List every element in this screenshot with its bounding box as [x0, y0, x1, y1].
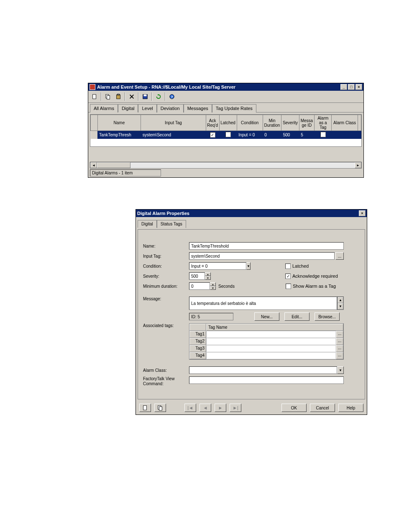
table-row[interactable]: TankTempThresh system\Second ✓ Input = 0… — [91, 131, 361, 139]
horizontal-scrollbar[interactable]: ◄ ► — [90, 162, 362, 169]
new-record-button[interactable] — [139, 404, 151, 412]
ok-button[interactable]: OK — [281, 404, 307, 412]
tag-browse-button[interactable]: ... — [336, 338, 343, 345]
edit-button[interactable]: Edit... — [284, 312, 309, 321]
alarm-grid[interactable]: Name Input Tag Ack Req'd Latched Conditi… — [90, 114, 362, 147]
message-scrollbar[interactable]: ▲▼ — [337, 297, 344, 310]
seconds-label: Seconds — [218, 284, 235, 289]
tag-browse-button[interactable]: ... — [336, 331, 343, 338]
new-button[interactable]: New... — [254, 312, 279, 321]
tab-messages[interactable]: Messages — [184, 104, 212, 113]
condition-select[interactable]: ▼ — [189, 262, 248, 270]
paste-icon[interactable] — [114, 92, 123, 101]
col-ack-reqd[interactable]: Ack Req'd — [206, 115, 219, 131]
close-button[interactable]: × — [359, 210, 366, 216]
scroll-right-icon[interactable]: ► — [355, 162, 361, 168]
condition-label: Condition: — [143, 264, 189, 269]
severity-spinner[interactable]: ▲▼ — [189, 272, 211, 280]
tab-all-alarms[interactable]: All Alarms — [90, 104, 118, 113]
tab-level[interactable]: Level — [138, 104, 156, 113]
spin-up-icon[interactable]: ▲ — [210, 282, 216, 286]
svg-rect-12 — [143, 406, 147, 410]
app-icon — [90, 84, 95, 90]
save-icon[interactable] — [141, 92, 150, 101]
tab-digital[interactable]: Digital — [138, 220, 157, 228]
tab-status-tags[interactable]: Status Tags — [157, 220, 186, 228]
chevron-down-icon[interactable]: ▼ — [337, 366, 344, 374]
input-tag-label: Input Tag: — [143, 254, 189, 258]
show-alarm-tag-label: Show Alarm as a Tag — [293, 284, 336, 289]
spin-up-icon[interactable]: ▲ — [205, 272, 211, 276]
window-title: Alarm and Event Setup - RNA://$Local/My … — [97, 84, 235, 90]
show-alarm-tag-checkbox[interactable] — [286, 284, 291, 289]
help-icon[interactable]: ? — [167, 92, 176, 101]
input-tag-browse-button[interactable]: ... — [335, 252, 344, 260]
refresh-icon[interactable] — [154, 92, 163, 101]
ft-command-label: FactoryTalk View Command: — [143, 376, 189, 386]
svg-rect-0 — [93, 95, 96, 99]
svg-rect-3 — [117, 95, 120, 99]
ack-checkbox[interactable]: ✓ — [210, 132, 215, 138]
new-icon[interactable] — [90, 92, 99, 101]
copy-record-button[interactable] — [154, 404, 166, 412]
col-alarm-class[interactable]: Alarm Class — [332, 115, 358, 131]
help-button[interactable]: Help — [338, 404, 363, 412]
close-button[interactable]: × — [356, 84, 362, 90]
svg-rect-14 — [159, 407, 162, 410]
col-alarm-as-tag[interactable]: Alarm as a Tag — [315, 115, 332, 131]
tab-tag-update-rates[interactable]: Tag Update Rates — [212, 104, 256, 113]
spin-down-icon[interactable]: ▼ — [205, 276, 211, 280]
tag-row[interactable]: Tag3... — [189, 345, 343, 352]
titlebar: Alarm and Event Setup - RNA://$Local/My … — [88, 83, 363, 91]
tab-deviation[interactable]: Deviation — [157, 104, 184, 113]
tab-strip: All Alarms Digital Level Deviation Messa… — [88, 103, 363, 113]
browse-button[interactable]: Browse... — [315, 312, 340, 321]
latched-label: Latched — [292, 263, 309, 269]
nav-prev-button[interactable]: ◄ — [200, 404, 211, 412]
tag-row[interactable]: Tag1... — [189, 331, 343, 338]
window-title: Digital Alarm Properties — [137, 211, 189, 216]
maximize-button[interactable]: □ — [348, 84, 355, 90]
scroll-left-icon[interactable]: ◄ — [90, 162, 97, 168]
min-duration-label: Minimum duration: — [143, 284, 189, 289]
copy-icon[interactable] — [103, 92, 113, 101]
col-message-id[interactable]: Messa ge ID — [299, 115, 314, 131]
ft-command-input[interactable] — [189, 376, 344, 384]
name-input[interactable] — [189, 242, 344, 250]
chevron-down-icon[interactable]: ▼ — [246, 262, 251, 270]
tab-digital[interactable]: Digital — [118, 104, 138, 113]
cell-severity: 500 — [281, 131, 299, 139]
col-latched[interactable]: Latched — [219, 115, 237, 131]
spin-down-icon[interactable]: ▼ — [210, 286, 216, 290]
latched-checkbox[interactable] — [285, 263, 291, 269]
associated-tags-grid: Tag Name Tag1... Tag2... Tag3... Tag4... — [189, 323, 344, 360]
cell-alarm-class — [332, 131, 358, 139]
svg-marker-9 — [158, 94, 159, 96]
nav-first-button[interactable]: |◄ — [184, 404, 196, 412]
delete-icon[interactable] — [127, 92, 136, 101]
col-name[interactable]: Name — [97, 115, 141, 131]
latched-checkbox[interactable] — [225, 132, 231, 137]
message-id-display — [189, 313, 233, 320]
associated-tags-label: Associated tags: — [143, 323, 189, 328]
tag-row[interactable]: Tag4... — [189, 352, 343, 359]
col-condition[interactable]: Condition — [237, 115, 263, 131]
ack-required-checkbox[interactable]: ✓ — [285, 274, 291, 279]
tag-browse-button[interactable]: ... — [336, 345, 343, 352]
nav-next-button[interactable]: ► — [215, 404, 226, 412]
min-duration-spinner[interactable]: ▲▼ — [189, 282, 216, 290]
alarm-setup-window: Alarm and Event Setup - RNA://$Local/My … — [88, 83, 364, 178]
col-input-tag[interactable]: Input Tag — [141, 115, 206, 131]
minimize-button[interactable]: _ — [340, 84, 347, 90]
input-tag-field[interactable] — [189, 252, 335, 260]
col-severity[interactable]: Severity — [281, 115, 299, 131]
nav-last-button[interactable]: ►| — [230, 404, 241, 412]
alarm-class-select[interactable]: ▼ — [189, 366, 344, 374]
alarm-as-tag-checkbox[interactable] — [320, 132, 326, 137]
cancel-button[interactable]: Cancel — [310, 404, 335, 412]
col-min-duration[interactable]: Min Duration — [263, 115, 281, 131]
tag-browse-button[interactable]: ... — [336, 352, 343, 359]
tab-strip: Digital Status Tags — [138, 220, 365, 228]
tag-row[interactable]: Tag2... — [189, 338, 343, 345]
message-input[interactable] — [189, 297, 337, 310]
